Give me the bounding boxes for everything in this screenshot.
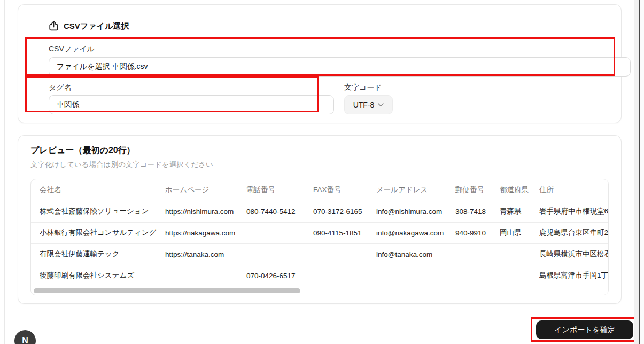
table-cell: 070-3172-6165: [305, 201, 368, 222]
table-cell: [491, 265, 531, 286]
table-cell: 小林銀行有限会社コンサルティング: [31, 222, 157, 243]
csv-file-label: CSVファイル: [49, 44, 95, 54]
table-cell: [305, 265, 368, 286]
table-cell: [238, 243, 305, 265]
tag-name-label: タグ名: [49, 83, 72, 93]
preview-subtitle: 文字化けしている場合は別の文字コードを選択ください: [30, 160, 213, 170]
table-cell: info@nishimura.com: [368, 201, 447, 222]
table-cell: https://nakagawa.com: [157, 222, 238, 243]
table-cell: [238, 222, 305, 243]
chevron-down-icon: [378, 103, 384, 107]
table-cell: 青森県: [491, 201, 531, 222]
tag-name-input-value: 車関係: [57, 100, 79, 110]
table-cell: 940-9910: [447, 222, 491, 243]
table-cell: 鹿児島県台東区隼町25丁目: [531, 222, 609, 243]
table-cell: 島根県富津市手岡1丁目: [531, 265, 609, 286]
table-cell: 有限会社伊藤運輸テック: [31, 243, 157, 265]
table-cell: info@tanaka.com: [368, 243, 447, 265]
csv-import-page: CSVファイル選択 CSVファイル ファイルを選択 車関係.csv タグ名 車関…: [0, 0, 644, 344]
column-header: 会社名: [31, 179, 157, 201]
table-cell: [368, 265, 447, 286]
table-cell: 070-0426-6517: [238, 265, 305, 286]
horizontal-scrollbar-thumb[interactable]: [34, 288, 300, 293]
table-cell: 090-4115-1851: [305, 222, 368, 243]
column-header: 電話番号: [238, 179, 305, 201]
column-header: FAX番号: [305, 179, 368, 201]
table-row: 小林銀行有限会社コンサルティングhttps://nakagawa.com090-…: [31, 222, 609, 243]
table-row: 株式会社斎藤保険ソリューションhttps://nishimura.com080-…: [31, 201, 609, 222]
table-cell: 長崎県横浜市中区松石1丁目: [531, 243, 609, 265]
preview-title: プレビュー（最初の20行）: [30, 145, 135, 156]
preview-table: 会社名ホームページ電話番号FAX番号メールアドレス郵便番号都道府県住所 株式会社…: [30, 179, 609, 295]
csv-file-select-card: CSVファイル選択 CSVファイル ファイルを選択 車関係.csv タグ名 車関…: [18, 4, 622, 123]
encoding-select-value: UTF-8: [353, 101, 375, 109]
table-cell: https://nishimura.com: [157, 201, 238, 222]
confirm-import-button[interactable]: インポートを確定: [536, 320, 633, 339]
table-cell: [305, 243, 368, 265]
column-header: 郵便番号: [447, 179, 491, 201]
horizontal-scrollbar[interactable]: [31, 286, 608, 295]
avatar[interactable]: N: [14, 330, 36, 344]
window-right-strip: [640, 0, 644, 344]
table-cell: 308-7418: [447, 201, 491, 222]
table-row: 後藤印刷有限会社システムズ070-0426-6517島根県富津市手岡1丁目: [31, 265, 609, 286]
encoding-select[interactable]: UTF-8: [344, 95, 393, 114]
table-cell: 後藤印刷有限会社システムズ: [31, 265, 157, 286]
table-cell: [157, 265, 238, 286]
column-header: メールアドレス: [368, 179, 447, 201]
column-header: 住所: [531, 179, 609, 201]
preview-table-grid: 会社名ホームページ電話番号FAX番号メールアドレス郵便番号都道府県住所 株式会社…: [31, 179, 609, 286]
table-cell: 株式会社斎藤保険ソリューション: [31, 201, 157, 222]
table-cell: [491, 243, 531, 265]
table-row: 有限会社伊藤運輸テックhttps://tanaka.cominfo@tanaka…: [31, 243, 609, 265]
table-cell: 岩手県府中市権現堂6丁目: [531, 201, 609, 222]
table-cell: 080-7440-5412: [238, 201, 305, 222]
window-right-gutter: [634, 0, 639, 344]
left-panel-divider: [4, 0, 5, 344]
table-cell: info@nakagawa.com: [368, 222, 447, 243]
column-header: ホームページ: [157, 179, 238, 201]
table-cell: [447, 243, 491, 265]
upload-icon: [48, 20, 59, 32]
table-cell: https://tanaka.com: [157, 243, 238, 265]
encoding-label: 文字コード: [344, 83, 382, 93]
tag-name-input[interactable]: 車関係: [49, 95, 334, 114]
table-cell: [447, 265, 491, 286]
table-cell: 岡山県: [491, 222, 531, 243]
table-header-row: 会社名ホームページ電話番号FAX番号メールアドレス郵便番号都道府県住所: [31, 179, 609, 201]
column-header: 都道府県: [491, 179, 531, 201]
csv-file-input-value: ファイルを選択 車関係.csv: [57, 62, 148, 72]
csv-file-input[interactable]: ファイルを選択 車関係.csv: [49, 57, 631, 77]
card-title: CSVファイル選択: [64, 21, 129, 32]
